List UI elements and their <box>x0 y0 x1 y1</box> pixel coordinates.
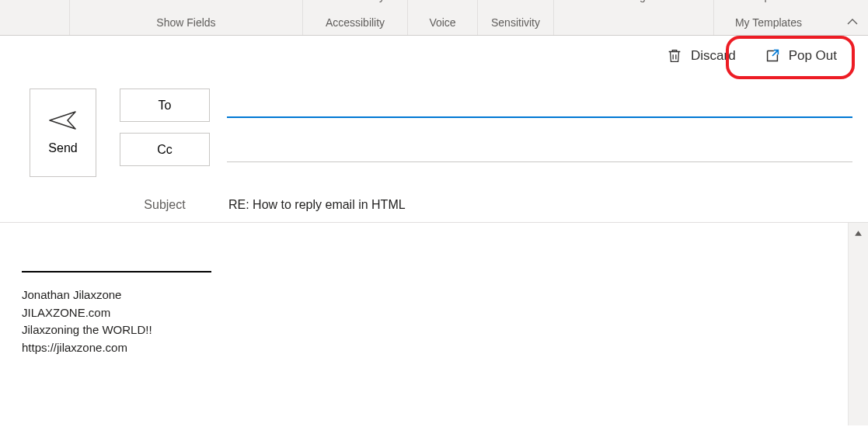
ribbon-group-manager[interactable]: Manager <box>554 0 714 35</box>
message-body[interactable]: Jonathan Jilaxzone JILAXZONE.com Jilaxzo… <box>0 223 848 425</box>
send-label: Send <box>48 141 77 155</box>
pop-out-label: Pop Out <box>789 48 837 64</box>
compose-header: Send To Cc Subject <box>0 76 868 217</box>
compose-action-bar: Discard Pop Out <box>0 36 868 76</box>
ribbon-cut-templates: Templates <box>744 0 793 2</box>
ribbon-group-show-fields[interactable]: Show Fields <box>70 0 303 35</box>
ribbon: Show Fields Accessibility Accessibility … <box>0 0 868 36</box>
ribbon-label-sensitivity: Sensitivity <box>491 16 540 35</box>
to-input[interactable] <box>227 93 852 118</box>
ribbon-collapse-button[interactable] <box>846 16 859 30</box>
chevron-up-icon <box>846 16 859 28</box>
trash-icon <box>666 47 683 64</box>
ribbon-group-voice[interactable]: Voice <box>408 0 478 35</box>
cc-button[interactable]: Cc <box>120 133 210 166</box>
ribbon-groups: Show Fields Accessibility Accessibility … <box>0 0 823 35</box>
ribbon-cut-accessibility: Accessibility <box>326 0 385 2</box>
ribbon-group-sensitivity[interactable]: Sensitivity <box>478 0 554 35</box>
subject-row: Subject <box>120 193 852 217</box>
ribbon-label-my-templates: My Templates <box>735 16 802 35</box>
send-button[interactable]: Send <box>30 89 96 177</box>
signature-tag: Jilaxzoning the WORLD!! <box>22 321 829 339</box>
ribbon-group-my-templates[interactable]: Templates My Templates <box>714 0 823 35</box>
scroll-up-button[interactable] <box>849 224 868 241</box>
ribbon-group-accessibility[interactable]: Accessibility Accessibility <box>303 0 408 35</box>
ribbon-label-voice: Voice <box>429 16 455 35</box>
body-wrap: Jonathan Jilaxzone JILAXZONE.com Jilaxzo… <box>0 222 868 425</box>
signature-rule <box>22 271 211 273</box>
pop-out-icon <box>764 47 781 64</box>
svg-marker-0 <box>855 231 862 236</box>
signature-name: Jonathan Jilaxzone <box>22 286 829 304</box>
subject-label: Subject <box>120 198 210 212</box>
signature-site: JILAXZONE.com <box>22 304 829 322</box>
to-row: To <box>120 89 852 122</box>
send-icon <box>49 110 77 130</box>
ribbon-label-show-fields: Show Fields <box>156 16 215 35</box>
triangle-up-icon <box>854 229 863 238</box>
subject-input[interactable] <box>227 193 852 217</box>
to-button[interactable]: To <box>120 89 210 122</box>
pop-out-button[interactable]: Pop Out <box>759 44 842 68</box>
discard-label: Discard <box>691 48 736 64</box>
body-scrollbar[interactable] <box>848 223 868 425</box>
cc-input[interactable] <box>227 137 852 162</box>
signature-url: https://jilaxzone.com <box>22 339 829 357</box>
cc-row: Cc <box>120 133 852 166</box>
discard-button[interactable]: Discard <box>661 44 741 68</box>
ribbon-group-0[interactable] <box>0 0 70 35</box>
ribbon-label-accessibility: Accessibility <box>326 16 385 35</box>
fields-column: To Cc Subject <box>120 89 852 217</box>
ribbon-cut-manager: Manager <box>612 0 655 2</box>
